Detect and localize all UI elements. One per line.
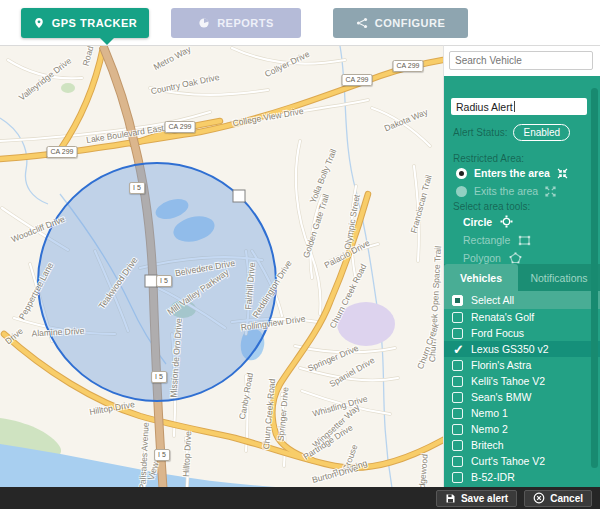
vehicle-name: Florin's Astra: [471, 359, 531, 371]
expand-arrows-icon: [545, 186, 556, 197]
sidebar-scrollbar[interactable]: [591, 80, 598, 482]
tab-reports[interactable]: REPORTS: [171, 8, 301, 38]
tab-label: REPORTS: [217, 17, 274, 29]
gps-tracker-app: GPS TRACKER REPORTS CONFIGURE: [0, 0, 600, 509]
vehicle-list: Renata's GolfFord FocusLexus GS350 v2Flo…: [444, 309, 600, 488]
tab-vehicles[interactable]: Vehicles: [444, 264, 518, 291]
vehicle-row[interactable]: Britech: [444, 437, 600, 453]
compress-arrows-icon: [557, 168, 568, 179]
vehicle-row[interactable]: Lexus GS350 v2: [444, 341, 600, 357]
tab-label: CONFIGURE: [375, 17, 446, 29]
map-canvas[interactable]: Valleyridge DriveRoadMetro WayCollyer Dr…: [0, 45, 443, 488]
zoned-area: [337, 302, 395, 346]
select-all-checkbox[interactable]: [452, 295, 463, 306]
tab-notifications[interactable]: Notifications: [518, 264, 600, 291]
vehicle-name: Nemo 1: [471, 407, 508, 419]
tool-label: Polygon: [463, 252, 501, 264]
radio-label: Exits the area: [474, 185, 538, 197]
vehicle-row[interactable]: Renata's Golf: [444, 309, 600, 325]
vehicle-name: Ford Focus: [471, 327, 524, 339]
save-floppy-icon: [445, 493, 456, 504]
vehicle-row[interactable]: B-52-IDR: [444, 469, 600, 485]
vehicle-checkbox[interactable]: [452, 344, 463, 355]
vehicle-checkbox[interactable]: [452, 312, 463, 323]
area-tools-label: Select area tools:: [453, 201, 530, 212]
vehicle-name: Kelli's Tahoe V2: [471, 375, 545, 387]
vehicle-checkbox[interactable]: [452, 360, 463, 371]
vehicle-checkbox[interactable]: [452, 456, 463, 467]
park-area: [61, 83, 75, 93]
tool-label: Circle: [463, 216, 492, 228]
save-alert-button[interactable]: Save alert: [436, 490, 517, 507]
pie-chart-icon: [198, 17, 210, 29]
tab-gps-tracker[interactable]: GPS TRACKER: [21, 8, 149, 38]
alert-name-value: Radius Alert: [456, 101, 513, 113]
alert-status-label: Alert Status:: [453, 127, 507, 138]
vehicle-row[interactable]: Nemo 1: [444, 405, 600, 421]
vehicle-checkbox[interactable]: [452, 440, 463, 451]
save-alert-label: Save alert: [461, 493, 508, 504]
vehicle-row[interactable]: Kelli's Tahoe V2: [444, 373, 600, 389]
restricted-area-label: Restricted Area:: [453, 153, 524, 164]
vehicle-checkbox[interactable]: [452, 392, 463, 403]
vehicle-name: Sean's BMW: [471, 391, 531, 403]
vehicle-checkbox[interactable]: [452, 376, 463, 387]
vehicle-row[interactable]: Nemo 2: [444, 421, 600, 437]
radio-exits-area[interactable]: Exits the area: [456, 185, 556, 197]
radio-dot: [456, 186, 467, 197]
tool-polygon[interactable]: Polygon: [463, 252, 522, 264]
circle-center-handle[interactable]: [145, 275, 157, 287]
vehicle-name: Renata's Golf: [471, 311, 534, 323]
text-caret: [514, 101, 515, 112]
tool-circle[interactable]: Circle: [463, 215, 513, 228]
share-nodes-icon: [356, 17, 368, 29]
active-tab-pointer: [99, 37, 115, 45]
tab-label: GPS TRACKER: [52, 17, 138, 29]
circle-tool-icon: [500, 215, 513, 228]
scrollbar-thumb[interactable]: [591, 88, 598, 468]
vehicle-checkbox[interactable]: [452, 408, 463, 419]
vehicle-checkbox[interactable]: [452, 424, 463, 435]
select-all-row[interactable]: Select All: [444, 291, 600, 309]
vehicle-checkbox[interactable]: [452, 328, 463, 339]
vehicle-row[interactable]: Curt's Tahoe V2: [444, 453, 600, 469]
top-nav: GPS TRACKER REPORTS CONFIGURE: [0, 0, 600, 45]
rectangle-tool-icon: [518, 235, 531, 246]
vehicle-row[interactable]: Sean's BMW: [444, 389, 600, 405]
polygon-tool-icon: [509, 252, 522, 264]
alert-status-row: Alert Status: Enabled: [453, 124, 570, 141]
vehicle-name: B-52-IDR: [471, 471, 515, 483]
map-graphics: [0, 46, 443, 488]
cancel-button[interactable]: Cancel: [524, 490, 592, 507]
radio-dot: [456, 168, 467, 179]
panel-tab-bar: Vehicles Notifications: [444, 264, 600, 291]
cancel-x-icon: [533, 492, 545, 504]
location-pin-icon: [33, 17, 45, 29]
vehicle-name: Nemo 2: [471, 423, 508, 435]
vehicle-name: Britech: [471, 439, 504, 451]
search-vehicle-input[interactable]: [449, 51, 593, 70]
vehicle-row[interactable]: Florin's Astra: [444, 357, 600, 373]
alert-name-input[interactable]: Radius Alert: [451, 98, 587, 115]
circle-radius-handle[interactable]: [233, 190, 245, 202]
select-all-label: Select All: [471, 294, 514, 306]
radio-label: Enters the area: [474, 167, 550, 179]
radio-enters-area[interactable]: Enters the area: [456, 167, 568, 179]
sidebar: Radius Alert Alert Status: Enabled Restr…: [443, 45, 600, 487]
bottom-bar: Save alert Cancel: [0, 487, 600, 509]
vehicle-checkbox[interactable]: [452, 472, 463, 483]
cancel-label: Cancel: [550, 493, 583, 504]
vehicle-name: Curt's Tahoe V2: [471, 455, 545, 467]
alert-panel: Radius Alert Alert Status: Enabled Restr…: [444, 76, 600, 488]
tab-configure[interactable]: CONFIGURE: [333, 8, 468, 38]
alert-status-toggle[interactable]: Enabled: [513, 124, 570, 141]
tool-label: Rectangle: [463, 234, 510, 246]
tool-rectangle[interactable]: Rectangle: [463, 234, 531, 246]
vehicle-row[interactable]: Ford Focus: [444, 325, 600, 341]
vehicle-name: Lexus GS350 v2: [471, 343, 549, 355]
